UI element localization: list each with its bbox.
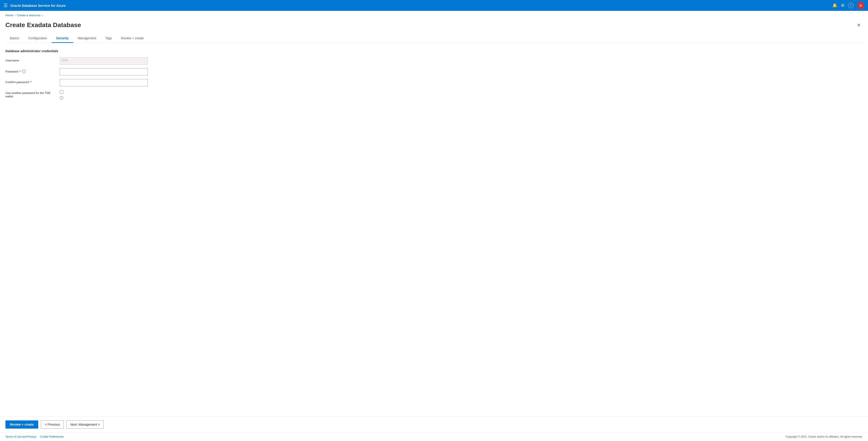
section-title: Database administrator credentials bbox=[5, 49, 863, 53]
settings-icon[interactable]: ⚙ bbox=[841, 3, 844, 8]
confirm-password-required-marker: * bbox=[31, 81, 32, 84]
tab-basics[interactable]: Basics bbox=[5, 34, 24, 43]
tab-management[interactable]: Management bbox=[73, 34, 101, 43]
bottom-links-left: Terms of Use and Privacy Cookie Preferen… bbox=[5, 435, 66, 438]
confirm-password-label: Confirm password * bbox=[5, 79, 55, 84]
breadcrumb-home[interactable]: Home bbox=[5, 13, 13, 17]
topnav-icons: 🔔 ⚙ ? D bbox=[832, 2, 864, 9]
breadcrumb-create-resource[interactable]: Create a resource bbox=[17, 13, 40, 17]
app-title: Oracle Database Service for Azure bbox=[10, 4, 830, 7]
password-input[interactable] bbox=[60, 68, 148, 75]
tde-label: Use another password for the TDE wallet bbox=[5, 90, 55, 98]
tde-checkbox-wrap: i bbox=[60, 90, 63, 100]
top-navigation: ☰ Oracle Database Service for Azure 🔔 ⚙ … bbox=[0, 0, 868, 11]
cookie-link[interactable]: Cookie Preferences bbox=[40, 435, 64, 438]
page-header: Create Exadata Database ✕ bbox=[5, 18, 863, 34]
tab-bar: Basics Configuration Security Management… bbox=[5, 34, 863, 43]
previous-button[interactable]: < Previous bbox=[41, 420, 64, 429]
password-row: Password * i bbox=[5, 68, 863, 75]
page-title: Create Exadata Database bbox=[5, 22, 81, 29]
help-icon[interactable]: ? bbox=[848, 3, 854, 8]
password-required-marker: * bbox=[20, 70, 21, 73]
breadcrumb: Home › Create a resource › bbox=[0, 11, 868, 18]
close-button[interactable]: ✕ bbox=[855, 22, 863, 29]
hamburger-menu-icon[interactable]: ☰ bbox=[4, 3, 8, 8]
bottom-links-bar: Terms of Use and Privacy Cookie Preferen… bbox=[0, 432, 868, 441]
notification-icon[interactable]: 🔔 bbox=[832, 3, 837, 8]
password-label: Password * i bbox=[5, 68, 55, 73]
page-container: Create Exadata Database ✕ Basics Configu… bbox=[0, 18, 868, 417]
breadcrumb-sep-2: › bbox=[42, 14, 43, 17]
tde-row: Use another password for the TDE wallet … bbox=[5, 90, 863, 100]
footer-bar: Review + create < Previous Next: Managem… bbox=[0, 417, 868, 432]
tab-review-create[interactable]: Review + create bbox=[116, 34, 148, 43]
tab-tags[interactable]: Tags bbox=[101, 34, 116, 43]
copyright-text: Copyright © 2022, Oracle and/or its affi… bbox=[785, 435, 863, 438]
username-field: SYS bbox=[60, 57, 148, 65]
password-info-icon[interactable]: i bbox=[22, 70, 26, 73]
terms-link[interactable]: Terms of Use and Privacy bbox=[5, 435, 36, 438]
username-label: Username bbox=[5, 57, 55, 62]
form-content: Database administrator credentials Usern… bbox=[5, 49, 863, 411]
tde-checkbox[interactable] bbox=[60, 90, 63, 94]
confirm-password-input[interactable] bbox=[60, 79, 148, 86]
tde-info-icon[interactable]: i bbox=[60, 96, 63, 100]
tab-configuration[interactable]: Configuration bbox=[24, 34, 52, 43]
next-button[interactable]: Next: Management > bbox=[66, 420, 103, 429]
breadcrumb-sep-1: › bbox=[15, 14, 16, 17]
review-create-button[interactable]: Review + create bbox=[5, 420, 38, 429]
user-avatar[interactable]: D bbox=[857, 2, 864, 9]
confirm-password-row: Confirm password * bbox=[5, 79, 863, 86]
tab-security[interactable]: Security bbox=[52, 34, 73, 43]
username-row: Username SYS bbox=[5, 57, 863, 65]
